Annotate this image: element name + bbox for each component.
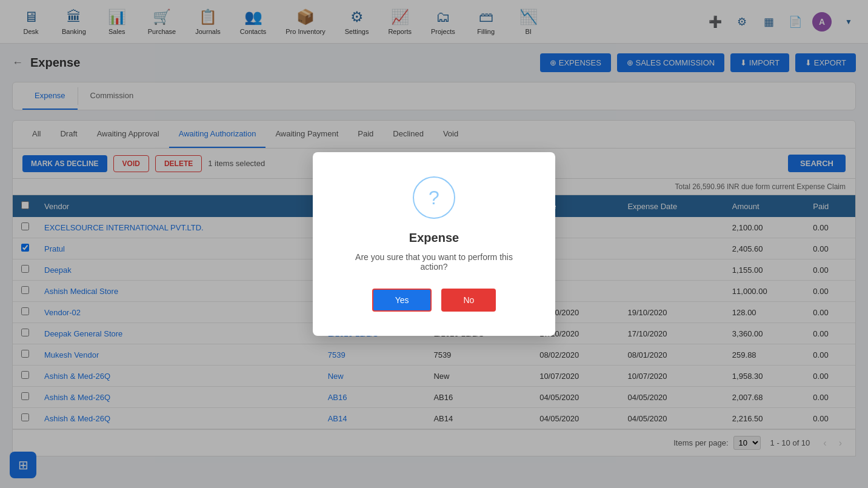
modal-question-icon: ? bbox=[413, 176, 455, 219]
modal-overlay: ? Expense Are you sure that you want to … bbox=[0, 0, 868, 488]
modal-no-button[interactable]: No bbox=[441, 289, 496, 312]
modal-buttons: Yes No bbox=[349, 289, 519, 312]
modal-yes-button[interactable]: Yes bbox=[372, 289, 432, 312]
modal-dialog: ? Expense Are you sure that you want to … bbox=[313, 152, 555, 336]
modal-message: Are you sure that you want to perform th… bbox=[349, 252, 519, 272]
modal-title: Expense bbox=[349, 231, 519, 245]
question-mark: ? bbox=[429, 187, 439, 209]
